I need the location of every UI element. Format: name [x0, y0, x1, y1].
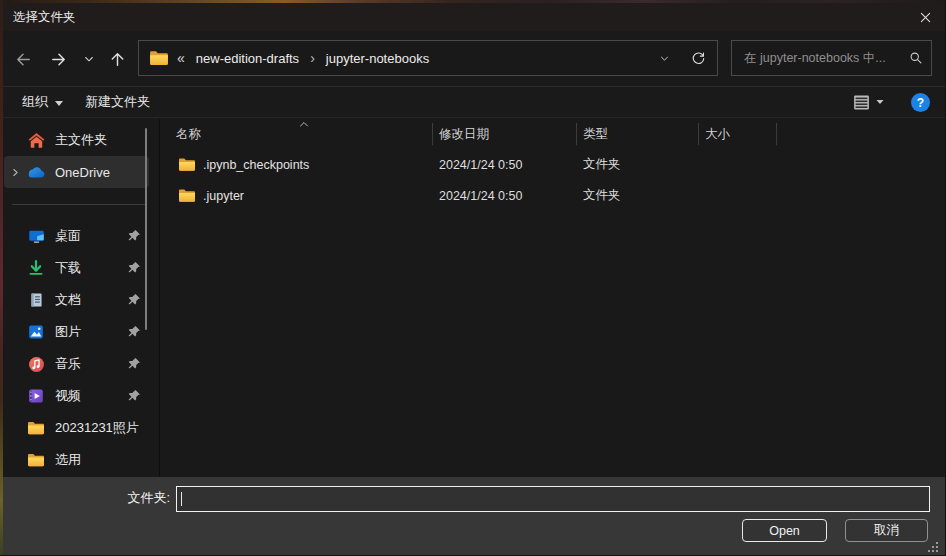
forward-button[interactable]	[45, 46, 71, 72]
sidebar-item-xuanyong-folder[interactable]: 选用	[4, 444, 149, 476]
sidebar-item-videos[interactable]: 视频	[4, 380, 149, 412]
chevron-down-icon	[83, 53, 95, 65]
pin-icon	[127, 261, 141, 275]
folder-icon	[26, 450, 46, 470]
caret-down-icon	[875, 97, 885, 107]
expand-chevron-icon[interactable]	[4, 167, 26, 178]
open-button[interactable]: Open	[742, 519, 827, 542]
cancel-button-label: 取消	[874, 522, 899, 539]
cancel-button[interactable]: 取消	[845, 519, 928, 542]
documents-icon	[26, 290, 46, 310]
close-button[interactable]	[908, 3, 942, 31]
window-edge-left	[0, 0, 3, 556]
dialog-footer: 文件夹: Open 取消	[0, 477, 946, 556]
sidebar-item-label: 桌面	[55, 227, 127, 245]
sidebar-item-music[interactable]: 音乐	[4, 348, 149, 380]
command-toolbar: 组织 新建文件夹 ?	[0, 86, 946, 118]
sidebar-scrollbar[interactable]	[145, 128, 147, 330]
resize-grip[interactable]	[936, 542, 938, 544]
forward-arrow-icon	[49, 50, 68, 69]
up-arrow-icon	[108, 50, 127, 69]
file-name-cell: .jupyter	[160, 188, 433, 203]
table-row[interactable]: .ipynb_checkpoints 2024/1/24 0:50 文件夹	[160, 149, 946, 180]
sidebar-item-label: 选用	[55, 451, 149, 469]
address-dropdown-button[interactable]	[649, 53, 679, 64]
file-date-cell: 2024/1/24 0:50	[433, 189, 577, 203]
breadcrumb-separator[interactable]: ›	[310, 50, 315, 66]
chevron-down-icon	[659, 53, 670, 64]
videos-icon	[26, 386, 46, 406]
column-header-type[interactable]: 类型	[577, 123, 699, 145]
sidebar-item-pictures[interactable]: 图片	[4, 316, 149, 348]
sidebar-item-label: 图片	[55, 323, 127, 341]
up-button[interactable]	[104, 46, 130, 72]
desktop-icon	[26, 226, 46, 246]
refresh-button[interactable]	[679, 51, 717, 66]
folder-input-label: 文件夹:	[0, 480, 170, 516]
organize-menu-button[interactable]: 组织	[22, 87, 63, 117]
folder-icon	[149, 50, 169, 66]
sidebar-item-photos-folder[interactable]: 20231231照片	[4, 412, 149, 444]
file-name: .jupyter	[203, 189, 244, 203]
sidebar-separator	[12, 204, 147, 205]
pin-icon	[127, 357, 141, 371]
caret-down-icon	[55, 101, 63, 106]
list-header: 名称 修改日期 类型 大小	[160, 119, 946, 149]
sidebar-item-onedrive[interactable]: OneDrive	[4, 156, 149, 188]
navigation-bar: « new-edition-drafts › jupyter-notebooks	[0, 31, 946, 86]
file-type-cell: 文件夹	[577, 156, 699, 173]
view-mode-button[interactable]	[850, 87, 872, 117]
column-header-size[interactable]: 大小	[699, 123, 777, 145]
search-input[interactable]	[742, 50, 903, 66]
organize-label: 组织	[22, 93, 48, 111]
refresh-icon	[691, 51, 706, 66]
recent-locations-button[interactable]	[76, 46, 102, 72]
view-mode-dropdown[interactable]	[872, 87, 888, 117]
column-header-name[interactable]: 名称	[160, 123, 433, 145]
pin-icon	[127, 325, 141, 339]
dialog-content: 主文件夹 OneDrive 桌面	[0, 119, 946, 477]
music-icon	[26, 354, 46, 374]
pin-icon	[127, 229, 141, 243]
folder-name-input[interactable]	[176, 486, 930, 512]
text-caret	[181, 492, 182, 506]
title-bar: 选择文件夹	[0, 3, 946, 31]
breadcrumb-segment[interactable]: jupyter-notebooks	[324, 51, 431, 66]
sidebar-item-label: OneDrive	[55, 165, 149, 180]
pin-icon	[127, 293, 141, 307]
sidebar-item-label: 视频	[55, 387, 127, 405]
sidebar-item-label: 音乐	[55, 355, 127, 373]
column-header-date[interactable]: 修改日期	[433, 123, 577, 145]
file-name-cell: .ipynb_checkpoints	[160, 157, 433, 172]
onedrive-cloud-icon	[26, 162, 46, 182]
select-folder-dialog: 选择文件夹 « new-edition-drafts › jupyter-not…	[0, 0, 946, 556]
search-icon[interactable]	[909, 51, 923, 65]
sidebar-item-downloads[interactable]: 下载	[4, 252, 149, 284]
window-edge-top	[0, 0, 946, 3]
file-type-cell: 文件夹	[577, 187, 699, 204]
new-folder-button[interactable]: 新建文件夹	[85, 87, 150, 117]
new-folder-label: 新建文件夹	[85, 93, 150, 111]
file-name: .ipynb_checkpoints	[203, 158, 309, 172]
help-icon: ?	[917, 96, 924, 110]
table-row[interactable]: .jupyter 2024/1/24 0:50 文件夹	[160, 180, 946, 211]
open-button-label: Open	[769, 524, 800, 538]
navigation-pane: 主文件夹 OneDrive 桌面	[0, 119, 160, 477]
sidebar-item-label: 主文件夹	[55, 131, 149, 149]
search-box[interactable]	[731, 40, 932, 76]
downloads-icon	[26, 258, 46, 278]
breadcrumb-overflow[interactable]: «	[177, 50, 185, 66]
sidebar-item-home[interactable]: 主文件夹	[4, 124, 149, 156]
help-button[interactable]: ?	[911, 93, 930, 112]
address-bar[interactable]: « new-edition-drafts › jupyter-notebooks	[138, 40, 718, 76]
sidebar-item-desktop[interactable]: 桌面	[4, 220, 149, 252]
sidebar-item-documents[interactable]: 文档	[4, 284, 149, 316]
pictures-icon	[26, 322, 46, 342]
sort-ascending-icon	[299, 120, 309, 128]
breadcrumb-segment[interactable]: new-edition-drafts	[194, 51, 301, 66]
list-view-icon	[852, 94, 871, 111]
back-button[interactable]	[10, 46, 36, 72]
file-date-cell: 2024/1/24 0:50	[433, 158, 577, 172]
back-arrow-icon	[14, 50, 33, 69]
sidebar-item-label: 20231231照片	[55, 419, 149, 437]
